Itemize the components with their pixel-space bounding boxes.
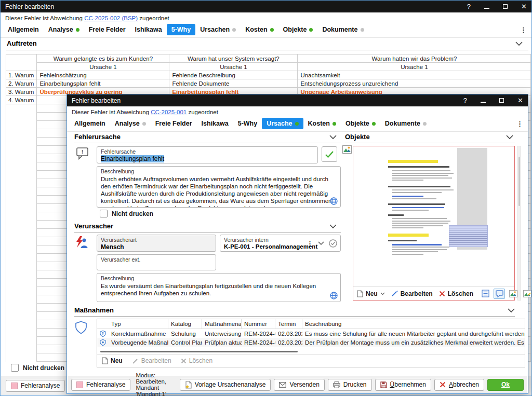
- status-dot: [270, 28, 274, 32]
- checkbox[interactable]: [100, 210, 108, 217]
- globe-icon[interactable]: [330, 292, 338, 299]
- chevron-down-icon[interactable]: [329, 224, 337, 229]
- verursacher-ext-field[interactable]: Verursacher ext.: [97, 254, 216, 270]
- tab-allgemein[interactable]: Allgemein: [70, 118, 110, 129]
- help-icon[interactable]: ?: [463, 97, 467, 104]
- object-preview[interactable]: Neu Bearbeiten Löschen: [353, 146, 515, 301]
- tab-allgemein[interactable]: Allgemein: [3, 24, 44, 35]
- checkbox[interactable]: [11, 364, 19, 372]
- icon-column: [97, 319, 109, 329]
- chevron-down-icon[interactable]: [515, 42, 523, 46]
- maximize-icon[interactable]: [499, 97, 504, 104]
- error-edit-dialog: Fehler bearbeiten ? ✕ Dieser Fehler ist …: [66, 94, 528, 394]
- minimize-icon[interactable]: [481, 97, 486, 104]
- abbrechen-button[interactable]: Abbrechen: [434, 379, 484, 391]
- cause-icon: [75, 236, 88, 249]
- why-cell[interactable]: Entscheidungsprozess unzureichend: [298, 79, 531, 88]
- drucken-button[interactable]: Drucken: [328, 379, 372, 391]
- neu-button[interactable]: Neu: [357, 290, 385, 297]
- tab-dokumente[interactable]: Dokumente: [317, 24, 368, 35]
- chevron-down-icon[interactable]: [508, 308, 515, 313]
- envelope-icon: [279, 382, 286, 388]
- why-cell[interactable]: Fehlende Dokumente: [169, 79, 298, 88]
- chevron-down-icon[interactable]: [318, 241, 324, 245]
- checkbox-label: Nicht drucken: [112, 210, 153, 217]
- status-dot: [309, 28, 313, 32]
- dialog-footer: Fehleranalyse Modus: Bearbeiten, Mandant…: [68, 376, 527, 393]
- image-edit-icon[interactable]: [522, 289, 532, 299]
- verursacherart-field[interactable]: Verursacherart Mensch: [97, 235, 216, 252]
- massnahme-row[interactable]: Vorbeugende Maßnahme Control Plan... Prü…: [97, 338, 525, 347]
- ok-button[interactable]: Ok: [487, 379, 524, 391]
- kebab-menu-icon[interactable]: ⋮: [307, 240, 313, 248]
- tab-ishikawa[interactable]: Ishikawa: [130, 24, 167, 35]
- tab-analyse[interactable]: Analyse: [44, 24, 84, 35]
- deviation-link[interactable]: CC-2025-001: [151, 109, 187, 115]
- comment-view-icon[interactable]: [494, 289, 505, 299]
- versenden-button[interactable]: Versenden: [274, 379, 324, 391]
- preventive-shield-icon: [97, 338, 109, 347]
- tab-freie-felder[interactable]: Freie Felder: [84, 24, 130, 35]
- minimize-icon[interactable]: [484, 3, 489, 10]
- tab-ursache[interactable]: Ursache: [262, 118, 303, 129]
- template-star-icon: [185, 381, 192, 389]
- bearbeiten-button[interactable]: Bearbeiten: [391, 290, 433, 297]
- verursacher-beschreibung-field[interactable]: Beschreibung Es wurde versäumt den Einar…: [97, 273, 341, 302]
- main-tab-bar: Allgemein Analyse Freie Felder Ishikawa …: [1, 22, 531, 38]
- why-cell[interactable]: Fehleinschätzung: [37, 71, 169, 79]
- circle-check-icon[interactable]: [329, 239, 337, 248]
- verursacher-intern-field[interactable]: Verursacher intern K-PE-001 - Personalma…: [220, 235, 341, 252]
- cell-massnahmenart: Unterweisung: [202, 329, 242, 338]
- list-view-icon[interactable]: [480, 289, 491, 299]
- tab-kosten[interactable]: Kosten: [303, 118, 341, 129]
- fehlerursache-value[interactable]: Einarbeitungsplan fehlt: [101, 155, 164, 162]
- tab-freie-felder[interactable]: Freie Felder: [151, 118, 197, 129]
- tab-5-why[interactable]: 5-Why: [233, 118, 262, 129]
- maximize-icon[interactable]: [503, 3, 508, 10]
- chevron-down-icon[interactable]: [506, 135, 513, 140]
- horizontal-scrollbar[interactable]: [97, 349, 525, 354]
- help-icon[interactable]: ?: [467, 3, 471, 10]
- fehlerursache-beschreibung-field[interactable]: Beschreibung Durch erhöhtes Auftragsvolu…: [97, 166, 341, 208]
- tab-kosten[interactable]: Kosten: [241, 24, 278, 35]
- tab-objekte[interactable]: Objekte: [278, 24, 318, 35]
- tab-dokumente[interactable]: Dokumente: [380, 118, 431, 129]
- close-icon[interactable]: ✕: [517, 97, 523, 104]
- tab-ishikawa[interactable]: Ishikawa: [197, 118, 233, 129]
- fehlerursache-field[interactable]: Fehlerursache Einarbeitungsplan fehlt: [97, 146, 318, 163]
- uebernehmen-button[interactable]: Übernehmen: [375, 379, 431, 391]
- cell-beschreibung: Der Prüfplan der Montage muss um ein zus…: [302, 338, 525, 347]
- tab-objekte[interactable]: Objekte: [341, 118, 380, 129]
- close-icon[interactable]: ✕: [521, 3, 527, 10]
- tab-ursachen[interactable]: Ursachen: [195, 24, 241, 35]
- overflow-menu-icon[interactable]: ⋮: [520, 26, 529, 34]
- overflow-menu-icon[interactable]: ⋮: [516, 120, 525, 128]
- status-dot: [142, 122, 146, 126]
- vertical-scrollbar[interactable]: [517, 146, 521, 301]
- deviation-link[interactable]: CC-2025-002 (BSP): [84, 15, 138, 21]
- status-dot: [76, 28, 79, 32]
- objekte-toolbar: Neu Bearbeiten Löschen: [353, 286, 514, 300]
- massnahmen-table: Typ Katalog Maßnahmenart Nummer Termin B…: [97, 319, 525, 367]
- tab-5-why[interactable]: 5-Why: [167, 24, 196, 35]
- vorlage-ursachenanalyse-button[interactable]: Vorlage Ursachenanalyse: [180, 379, 271, 391]
- tab-analyse[interactable]: Analyse: [110, 118, 151, 129]
- why-cell[interactable]: Unachtsamkeit: [298, 71, 531, 79]
- nicht-drucken-dialog: Nicht drucken: [100, 210, 153, 217]
- massnahmen-heading: Maßnahmen: [74, 306, 114, 314]
- image-icon[interactable]: [342, 145, 352, 154]
- svg-text:!: !: [82, 149, 84, 155]
- confirm-check-button[interactable]: [322, 146, 337, 162]
- neu-button[interactable]: Neu: [102, 357, 123, 364]
- column-header: Warum hat unser System versagt?: [169, 54, 298, 63]
- massnahme-row[interactable]: Korrekturmaßnahme Schulung Unterweisung …: [97, 329, 525, 338]
- fehleranalyse-button[interactable]: Fehleranalyse: [6, 380, 65, 392]
- why-cell[interactable]: Einarbeitungsplan fehlt: [37, 79, 169, 88]
- loeschen-button[interactable]: Löschen: [439, 290, 473, 297]
- fehleranalyse-button[interactable]: Fehleranalyse: [71, 379, 130, 391]
- chevron-down-icon[interactable]: [329, 135, 337, 140]
- why-cell[interactable]: Fehlende Beschreibung: [169, 71, 298, 79]
- globe-icon[interactable]: [330, 197, 338, 205]
- nicht-drucken-main: Nicht drucken: [11, 364, 64, 372]
- cell-termin: 02.03.2025: [275, 329, 302, 338]
